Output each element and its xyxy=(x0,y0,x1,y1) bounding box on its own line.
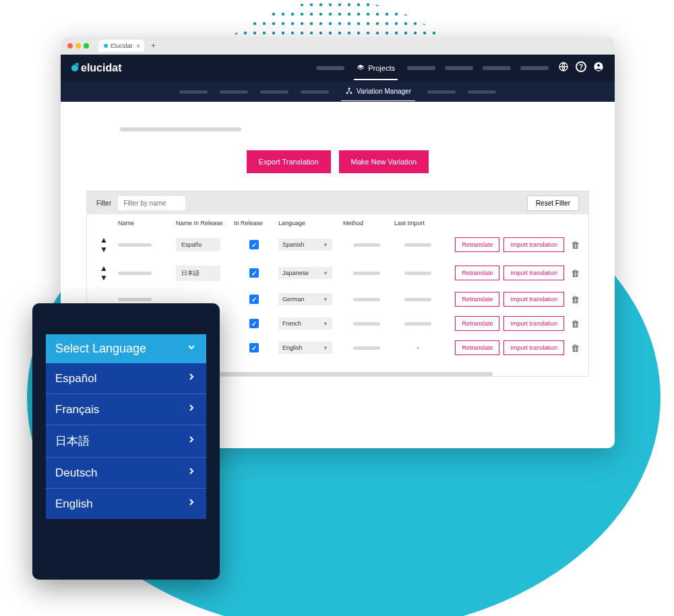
import-translation-button[interactable]: Import translation xyxy=(503,237,564,252)
tab-title: Elucidat xyxy=(111,42,132,49)
export-translation-button[interactable]: Export Translation xyxy=(247,150,331,173)
favicon-icon xyxy=(104,44,108,48)
reset-filter-button[interactable]: Reset Filter xyxy=(527,195,579,211)
language-option[interactable]: Français xyxy=(46,394,206,425)
import-translation-button[interactable]: Import translation xyxy=(503,292,564,307)
chevron-right-icon xyxy=(186,402,197,417)
retranslate-button[interactable]: Retranslate xyxy=(455,266,499,280)
language-option-label: Español xyxy=(55,372,96,386)
in-release-checkbox[interactable]: ✓ xyxy=(249,295,259,304)
browser-tab[interactable]: Elucidat xyxy=(98,40,144,52)
nav-projects-label: Projects xyxy=(368,64,395,72)
name-placeholder xyxy=(118,243,152,247)
account-icon[interactable] xyxy=(593,61,604,75)
retranslate-button[interactable]: Retranslate xyxy=(455,316,499,331)
retranslate-button[interactable]: Retranslate xyxy=(455,237,499,252)
nav-item[interactable] xyxy=(520,66,549,70)
svg-point-5 xyxy=(350,92,352,94)
language-option-label: Deutsch xyxy=(55,466,97,480)
svg-point-4 xyxy=(346,92,348,94)
name-placeholder xyxy=(118,298,152,301)
window-zoom-icon[interactable] xyxy=(84,43,89,49)
help-icon[interactable]: ? xyxy=(576,61,586,72)
window-close-icon[interactable] xyxy=(67,43,73,49)
sort-handle-icon[interactable]: ▲▼ xyxy=(94,235,114,254)
make-new-variation-button[interactable]: Make New Variation xyxy=(339,150,429,173)
sort-handle-icon[interactable]: ▲▼ xyxy=(94,264,114,282)
app-header: elucidat Projects ? xyxy=(61,55,615,82)
nav-projects[interactable]: Projects xyxy=(354,56,398,80)
language-option[interactable]: Español xyxy=(46,363,206,394)
import-translation-button[interactable]: Import translation xyxy=(503,266,564,280)
chevron-down-icon: ▼ xyxy=(323,270,328,276)
in-release-checkbox[interactable]: ✓ xyxy=(249,343,259,352)
sub-header: Variation Manager xyxy=(61,82,615,102)
delete-icon[interactable]: 🗑 xyxy=(568,343,582,353)
subnav-item[interactable] xyxy=(427,90,456,94)
language-option-label: English xyxy=(55,497,93,511)
subnav-item[interactable] xyxy=(260,90,288,94)
globe-icon[interactable] xyxy=(558,61,569,75)
subnav-variation-manager[interactable]: Variation Manager xyxy=(341,83,415,101)
import-translation-button[interactable]: Import translation xyxy=(503,316,564,331)
chevron-right-icon xyxy=(186,497,197,511)
filter-input[interactable] xyxy=(118,196,185,210)
nav-item[interactable] xyxy=(445,66,473,70)
method-placeholder xyxy=(353,243,380,247)
import-translation-button[interactable]: Import translation xyxy=(503,340,564,355)
delete-icon[interactable]: 🗑 xyxy=(568,319,582,329)
filter-bar: Filter Reset Filter xyxy=(87,191,588,214)
nav-item[interactable] xyxy=(316,66,344,70)
language-select[interactable]: Spanish▼ xyxy=(278,239,332,251)
horizontal-scrollbar[interactable] xyxy=(183,372,493,376)
chevron-down-icon xyxy=(186,342,197,356)
subnav-item[interactable] xyxy=(179,90,208,94)
language-option-label: 日本語 xyxy=(55,433,90,449)
nav-item[interactable] xyxy=(483,66,511,70)
last-import-placeholder xyxy=(404,243,431,247)
language-selector-header[interactable]: Select Language xyxy=(46,334,206,363)
col-method: Method xyxy=(343,220,390,226)
name-in-release-value[interactable]: Españo xyxy=(176,238,220,251)
chevron-down-icon: ▼ xyxy=(323,321,328,327)
method-placeholder xyxy=(353,346,380,350)
language-select[interactable]: German▼ xyxy=(278,293,332,305)
delete-icon[interactable]: 🗑 xyxy=(568,268,582,278)
retranslate-button[interactable]: Retranslate xyxy=(455,340,499,355)
subnav-item[interactable] xyxy=(468,90,496,94)
language-option[interactable]: Deutsch xyxy=(46,458,206,489)
svg-point-2 xyxy=(597,64,600,67)
in-release-checkbox[interactable]: ✓ xyxy=(249,268,259,278)
in-release-checkbox[interactable]: ✓ xyxy=(249,319,259,328)
language-select[interactable]: English▼ xyxy=(278,342,332,354)
subnav-item[interactable] xyxy=(220,90,248,94)
last-import-placeholder xyxy=(404,322,431,326)
new-tab-button[interactable]: + xyxy=(151,41,156,51)
col-name-in-release: Name In Release xyxy=(176,220,230,226)
window-minimize-icon[interactable] xyxy=(75,43,81,49)
chevron-right-icon xyxy=(186,466,197,480)
branch-icon xyxy=(345,88,353,96)
language-select[interactable]: French▼ xyxy=(278,317,332,330)
table-header: Name Name In Release In Release Language… xyxy=(87,214,588,230)
filter-label: Filter xyxy=(96,199,111,207)
breadcrumb-placeholder xyxy=(120,127,241,131)
language-option[interactable]: 日本語 xyxy=(46,425,206,458)
retranslate-button[interactable]: Retranslate xyxy=(455,292,499,307)
in-release-checkbox[interactable]: ✓ xyxy=(249,240,259,249)
nav-item[interactable] xyxy=(407,66,435,70)
brand-logo[interactable]: elucidat xyxy=(71,62,121,74)
browser-chrome: Elucidat + xyxy=(61,37,615,55)
language-selector-card: Select Language EspañolFrançais日本語Deutsc… xyxy=(32,303,220,580)
language-list: EspañolFrançais日本語DeutschEnglish xyxy=(46,363,206,519)
logo-icon xyxy=(71,65,78,71)
name-in-release-value[interactable]: 日本語 xyxy=(176,266,220,281)
subnav-item[interactable] xyxy=(301,90,329,94)
language-select[interactable]: Japanese▼ xyxy=(278,267,332,279)
delete-icon[interactable]: 🗑 xyxy=(568,240,582,250)
delete-icon[interactable]: 🗑 xyxy=(568,295,582,305)
language-option-label: Français xyxy=(55,403,99,417)
language-option[interactable]: English xyxy=(46,489,206,519)
chevron-right-icon xyxy=(186,434,197,448)
method-placeholder xyxy=(353,272,380,275)
